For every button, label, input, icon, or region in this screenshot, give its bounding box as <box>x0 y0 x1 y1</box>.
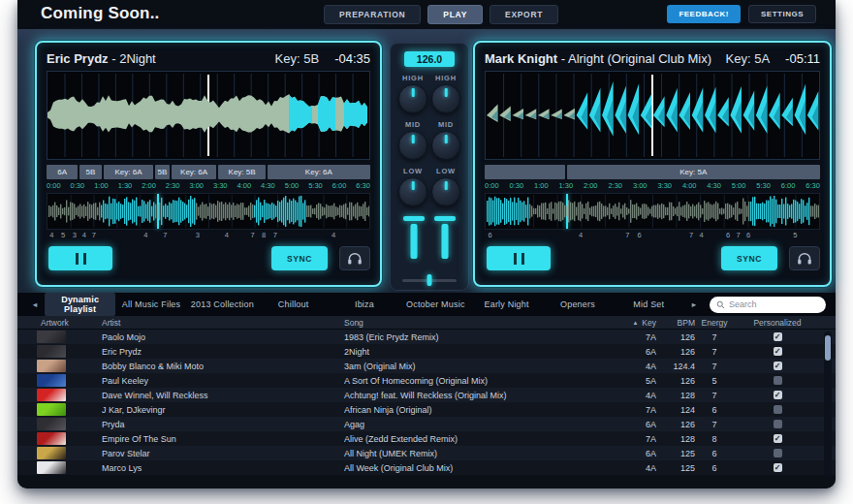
sync-button[interactable]: SYNC <box>721 246 777 270</box>
personalized-checkbox[interactable]: ✓ <box>774 332 782 341</box>
table-row[interactable]: Paolo Mojo1983 (Eric Prydz Remix)7A1267✓ <box>17 330 836 344</box>
column-header-personalized[interactable]: Personalized <box>734 318 821 328</box>
tabs-scroll-right-icon[interactable]: ► <box>686 300 702 309</box>
key-segment: Key: 6A <box>268 165 370 179</box>
playlist-tab-openers[interactable]: Openers <box>542 293 613 316</box>
playlist-tab-dynamic-playlist[interactable]: Dynamic Playlist <box>45 293 115 316</box>
table-row[interactable]: PrydaAgag6A1267 <box>17 417 836 431</box>
personalized-checkbox[interactable] <box>774 449 782 457</box>
column-header-artwork[interactable]: Artwork <box>17 318 102 328</box>
key-segment: 5B <box>79 165 102 179</box>
fader-right-handle[interactable] <box>434 216 456 221</box>
fader-left[interactable] <box>403 216 425 261</box>
fader-left-track <box>411 224 418 259</box>
fader-left-handle[interactable] <box>403 216 425 221</box>
deck-track-name: Alright (Original Club Mix) <box>568 51 711 66</box>
crossfader-handle[interactable] <box>427 274 432 286</box>
pause-button[interactable] <box>487 246 551 270</box>
mixer-panel: 126.0 HIGHHIGHMIDMIDLOWLOW <box>390 43 469 291</box>
scrollbar-thumb[interactable] <box>825 335 831 361</box>
energy-cell: 6 <box>695 463 734 473</box>
table-row[interactable]: Parov StelarAll Night (UMEK Remix)6A1256 <box>17 446 836 460</box>
column-header-key[interactable]: ▲Key <box>608 318 656 328</box>
column-header-song[interactable]: Song <box>344 318 608 328</box>
title-bar: Coming Soon.. PREPARATIONPLAYEXPORT FEED… <box>17 0 836 29</box>
song-cell: Alive (Zedd Extended Remix) <box>344 434 608 444</box>
eq-mid-knob-left[interactable] <box>398 131 427 160</box>
playlist-tab-mid-set[interactable]: Mid Set <box>614 293 684 316</box>
eq-low-label: LOW <box>431 167 460 175</box>
artist-cell: Marco Lys <box>102 463 344 473</box>
personalized-checkbox[interactable]: ✓ <box>774 463 782 472</box>
search-input[interactable] <box>729 299 819 309</box>
eq-high-knob-right[interactable] <box>431 84 460 113</box>
personalized-checkbox[interactable]: ✓ <box>774 434 782 443</box>
table-row[interactable]: Dave Winnel, Will RecklessAchtung! feat.… <box>17 388 836 402</box>
table-row[interactable]: Eric Prydz2Night6A1267✓ <box>17 344 836 359</box>
table-header: ArtworkArtistSong▲KeyBPMEnergyPersonaliz… <box>17 316 836 330</box>
deck-key-label: Key: 5A <box>726 51 771 66</box>
crossfader[interactable] <box>402 274 457 286</box>
scrollbar-track[interactable] <box>824 331 832 477</box>
tabs-scroll-left-icon[interactable]: ◄ <box>27 300 43 309</box>
personalized-checkbox[interactable]: ✓ <box>774 347 782 356</box>
pause-button[interactable] <box>48 246 112 270</box>
table-row[interactable]: Empire Of The SunAlive (Zedd Extended Re… <box>17 431 836 446</box>
key-segment: Key: 5B <box>218 165 265 179</box>
headphones-button[interactable] <box>339 246 370 270</box>
feedback-button[interactable]: FEEDBACK! <box>667 5 741 23</box>
artwork-thumbnail <box>37 432 66 445</box>
fader-right[interactable] <box>434 216 456 261</box>
playlist-tab-ibiza[interactable]: Ibiza <box>329 293 399 316</box>
bpm-cell: 126 <box>656 420 695 429</box>
nav-tab-play[interactable]: PLAY <box>427 5 483 24</box>
energy-marks: 4534747347874 <box>47 231 370 240</box>
deck-artist: Mark Knight <box>485 51 557 66</box>
nav-tab-export[interactable]: EXPORT <box>490 5 558 24</box>
overview-waveform[interactable] <box>47 193 370 230</box>
overview-waveform[interactable] <box>485 193 820 230</box>
key-segment <box>485 165 565 179</box>
settings-button[interactable]: SETTINGS <box>748 5 816 23</box>
sync-button[interactable]: SYNC <box>271 246 328 270</box>
eq-high-label: HIGH <box>431 74 460 82</box>
main-waveform[interactable] <box>485 71 820 160</box>
eq-mid-knob-right[interactable] <box>431 131 460 160</box>
personalized-checkbox[interactable]: ✓ <box>774 362 782 370</box>
artist-cell: Dave Winnel, Will Reckless <box>102 391 344 400</box>
song-cell: A Sort Of Homecoming (Original Mix) <box>344 376 608 386</box>
deck-key-label: Key: 5B <box>275 51 320 66</box>
eq-low-knob-left[interactable] <box>398 177 427 206</box>
personalized-checkbox[interactable] <box>774 420 782 428</box>
song-cell: African Ninja (Original) <box>344 405 608 415</box>
table-row[interactable]: J Kar, DJkevingrAfrican Ninja (Original)… <box>17 402 836 417</box>
playlist-tab-bar: ◄ Dynamic PlaylistAll Music Files2013 Co… <box>17 293 836 316</box>
personalized-checkbox[interactable] <box>774 376 782 385</box>
playlist-tab-2013-collection[interactable]: 2013 Collection <box>187 293 258 316</box>
playlist-tab-all-music-files[interactable]: All Music Files <box>115 293 186 316</box>
column-header-artist[interactable]: Artist <box>102 318 344 328</box>
column-header-bpm[interactable]: BPM <box>656 318 695 328</box>
main-waveform[interactable] <box>47 71 370 160</box>
key-cell: 6A <box>608 449 656 458</box>
table-row[interactable]: Marco LysAll Week (Original Club Mix)4A1… <box>17 460 836 475</box>
playlist-tabs: Dynamic PlaylistAll Music Files2013 Coll… <box>45 293 684 316</box>
nav-tab-preparation[interactable]: PREPARATION <box>324 5 421 24</box>
artwork-thumbnail <box>37 461 66 474</box>
headphones-button[interactable] <box>789 246 820 270</box>
eq-high-knob-left[interactable] <box>398 84 427 113</box>
playlist-tab-october-music[interactable]: October Music <box>400 293 471 316</box>
personalized-checkbox[interactable] <box>774 405 782 414</box>
fader-right-track <box>442 224 449 259</box>
eq-low-knob-right[interactable] <box>431 177 460 206</box>
column-header-energy[interactable]: Energy <box>695 318 734 328</box>
key-segments-bar: Key: 5A <box>485 165 820 179</box>
table-row[interactable]: Paul KeeleyA Sort Of Homecoming (Origina… <box>17 373 836 388</box>
playlist-tab-early-night[interactable]: Early Night <box>471 293 542 316</box>
app-title: Coming Soon.. <box>41 4 160 23</box>
pause-icon <box>76 253 86 265</box>
top-nav: PREPARATIONPLAYEXPORT <box>324 5 558 24</box>
playlist-tab-chillout[interactable]: Chillout <box>258 293 329 316</box>
table-row[interactable]: Bobby Blanco & Miki Moto3am (Original Mi… <box>17 359 836 373</box>
personalized-checkbox[interactable]: ✓ <box>774 391 782 399</box>
